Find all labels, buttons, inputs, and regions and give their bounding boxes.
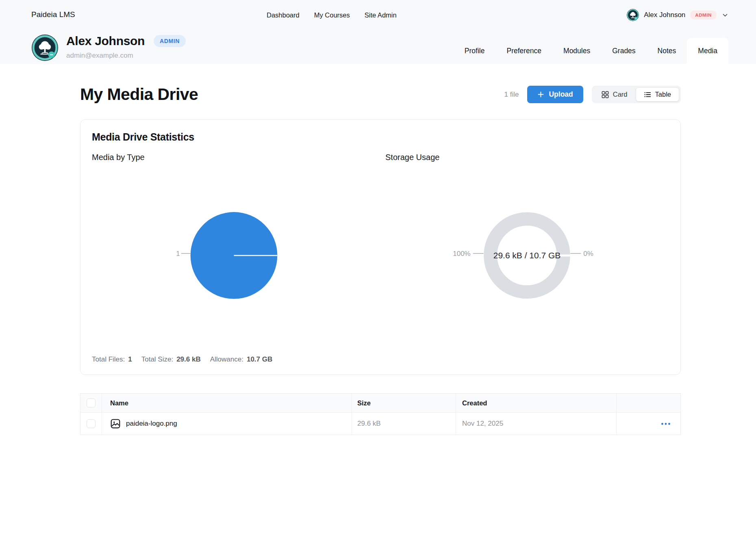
page-title: My Media Drive [80, 85, 198, 104]
plus-icon [537, 91, 544, 98]
view-toggle-card[interactable]: Card [593, 87, 636, 102]
upload-button[interactable]: Upload [527, 86, 583, 103]
storage-usage-title: Storage Usage [385, 153, 680, 162]
total-files-value: 1 [128, 355, 132, 364]
column-header-created: Created [456, 394, 617, 412]
row-checkbox[interactable] [87, 419, 96, 428]
media-by-type-chart: Media by Type 1 [80, 153, 380, 355]
tab-preference[interactable]: Preference [495, 38, 552, 64]
top-navigation: Dashboard My Courses Site Admin [267, 0, 397, 30]
donut-free-label: 100% [453, 250, 470, 258]
media-statistics-card: Media Drive Statistics Media by Type 1 S… [80, 119, 681, 375]
profile-email: admin@example.com [66, 52, 186, 60]
upload-button-label: Upload [549, 90, 573, 99]
allowance-label: Allowance: [210, 355, 243, 364]
media-drive-page: Paideia LMS Dashboard My Courses Site Ad… [0, 0, 756, 550]
nav-link-dashboard[interactable]: Dashboard [267, 11, 300, 19]
total-size-value: 29.6 kB [176, 355, 201, 364]
table-row: paideia-logo.png 29.6 kB Nov 12, 2025 [80, 412, 680, 435]
donut-center-label: 29.6 kB / 10.7 GB [493, 251, 561, 260]
nav-link-site-admin[interactable]: Site Admin [365, 11, 397, 19]
totals-row: Total Files: 1 Total Size: 29.6 kB Allow… [80, 355, 680, 375]
profile-tabs: Profile Preference Modules Grades Notes … [454, 38, 728, 64]
profile-role-badge: ADMIN [154, 35, 186, 47]
chevron-down-icon [721, 11, 729, 19]
app-brand[interactable]: Paideia LMS [31, 10, 75, 19]
image-icon [110, 418, 121, 429]
tab-modules[interactable]: Modules [552, 38, 601, 64]
allowance: Allowance: 10.7 GB [210, 355, 273, 364]
file-name-link[interactable]: paideia-logo.png [126, 420, 177, 428]
view-toggle: Card Table [592, 86, 681, 103]
user-avatar [627, 9, 639, 21]
view-toggle-table[interactable]: Table [636, 87, 679, 102]
table-header-row: Name Size Created [80, 394, 680, 412]
tab-notes[interactable]: Notes [647, 38, 687, 64]
total-size: Total Size: 29.6 kB [141, 355, 201, 364]
pie-count-label: 1 [176, 250, 180, 258]
storage-usage-chart: Storage Usage 100% 0% 29.6 kB / 10.7 GB [380, 153, 680, 355]
storage-usage-donut: 100% 0% 29.6 kB / 10.7 GB [380, 165, 680, 316]
select-all-checkbox[interactable] [87, 398, 96, 407]
ellipsis-icon [661, 422, 671, 425]
user-role-badge: ADMIN [690, 11, 717, 19]
tab-profile[interactable]: Profile [454, 38, 496, 64]
column-header-actions [617, 394, 680, 412]
file-created: Nov 12, 2025 [456, 413, 617, 435]
media-by-type-title: Media by Type [92, 153, 380, 162]
column-header-size: Size [352, 394, 456, 412]
profile-name: Alex Johnson [66, 34, 145, 48]
column-header-name: Name [102, 394, 352, 412]
total-files: Total Files: 1 [92, 355, 132, 364]
view-toggle-table-label: Table [655, 91, 671, 98]
title-row: My Media Drive 1 file Upload [80, 85, 681, 104]
view-toggle-card-label: Card [613, 91, 628, 98]
statistics-title: Media Drive Statistics [92, 131, 669, 143]
user-menu-name: Alex Johnson [644, 11, 685, 19]
profile-info: Alex Johnson ADMIN admin@example.com [66, 34, 186, 60]
media-by-type-pie: 1 [80, 165, 380, 316]
grid-icon [602, 91, 609, 98]
main-content: My Media Drive 1 file Upload [0, 85, 756, 435]
row-menu-button[interactable] [659, 421, 672, 427]
tab-grades[interactable]: Grades [601, 38, 646, 64]
list-icon [644, 91, 651, 98]
donut-used-label: 0% [583, 250, 593, 258]
files-table: Name Size Created p [80, 393, 681, 435]
page-header: Paideia LMS Dashboard My Courses Site Ad… [0, 0, 756, 64]
total-files-label: Total Files: [92, 355, 125, 364]
tab-media[interactable]: Media [687, 38, 728, 64]
user-menu[interactable]: Alex Johnson ADMIN [627, 0, 729, 30]
file-size: 29.6 kB [352, 413, 456, 435]
total-size-label: Total Size: [141, 355, 173, 364]
profile-avatar[interactable] [32, 35, 58, 61]
file-count: 1 file [504, 91, 519, 99]
allowance-value: 10.7 GB [247, 355, 272, 364]
nav-link-my-courses[interactable]: My Courses [314, 11, 350, 19]
